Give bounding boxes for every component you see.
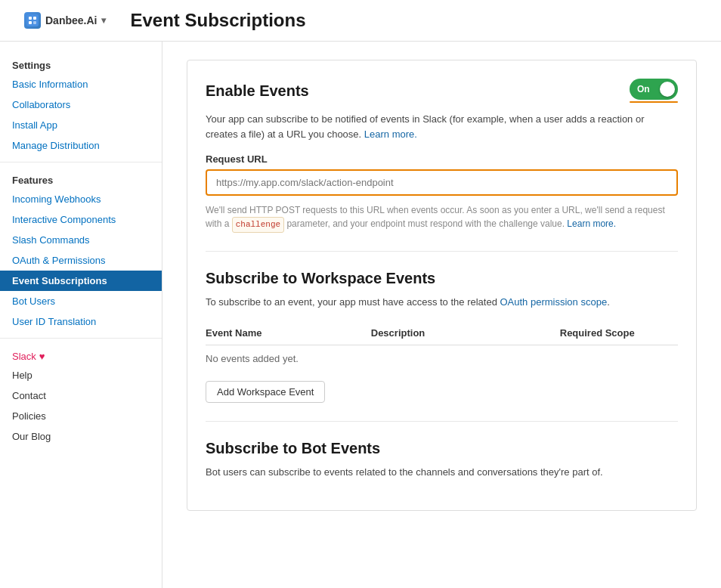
sidebar-item-incoming-webhooks[interactable]: Incoming Webhooks	[0, 189, 162, 209]
slack-label: Slack	[12, 351, 36, 362]
sidebar-item-help[interactable]: Help	[0, 365, 162, 385]
request-url-hint: We'll send HTTP POST requests to this UR…	[206, 203, 678, 233]
event-subscriptions-card: Enable Events On Your app can subscribe …	[187, 60, 697, 511]
enable-events-learn-more[interactable]: Learn more.	[364, 128, 417, 140]
request-url-input[interactable]	[206, 169, 678, 196]
enable-events-toggle[interactable]: On	[630, 79, 678, 100]
no-events-text: No events added yet.	[206, 345, 678, 373]
add-workspace-event-button[interactable]: Add Workspace Event	[206, 381, 325, 403]
sidebar-item-user-id-translation[interactable]: User ID Translation	[0, 311, 162, 332]
sidebar-item-manage-distribution[interactable]: Manage Distribution	[0, 135, 162, 156]
app-selector-button[interactable]: Danbee.Ai ▾	[18, 9, 112, 32]
settings-section-label: Settings	[0, 54, 162, 74]
col-description: Description	[371, 321, 560, 345]
hint-learn-more[interactable]: Learn more.	[567, 218, 616, 229]
challenge-code: challenge	[232, 217, 284, 233]
sidebar-item-bot-users[interactable]: Bot Users	[0, 291, 162, 311]
toggle-on-label: On	[637, 84, 650, 94]
sidebar-item-interactive-components[interactable]: Interactive Components	[0, 209, 162, 230]
main-content: Enable Events On Your app can subscribe …	[162, 42, 721, 588]
sidebar-divider-1	[0, 162, 162, 162]
top-header: Danbee.Ai ▾ Event Subscriptions	[0, 0, 721, 42]
sidebar-item-oauth-permissions[interactable]: OAuth & Permissions	[0, 250, 162, 271]
main-layout: Settings Basic Information Collaborators…	[0, 42, 721, 588]
sidebar-item-install-app[interactable]: Install App	[0, 115, 162, 135]
features-section-label: Features	[0, 169, 162, 189]
svg-rect-2	[33, 17, 36, 20]
sidebar-item-policies[interactable]: Policies	[0, 406, 162, 426]
oauth-permission-link[interactable]: OAuth permission scope	[500, 296, 608, 308]
app-name: Danbee.Ai	[45, 14, 97, 26]
bot-events-title: Subscribe to Bot Events	[206, 440, 678, 457]
sidebar-item-slash-commands[interactable]: Slash Commands	[0, 230, 162, 250]
no-events-row: No events added yet.	[206, 345, 678, 373]
sidebar: Settings Basic Information Collaborators…	[0, 42, 162, 588]
enable-events-title: Enable Events	[206, 82, 309, 100]
sidebar-item-basic-information[interactable]: Basic Information	[0, 74, 162, 94]
app-icon	[24, 12, 41, 29]
enable-events-header: Enable Events On	[206, 79, 678, 103]
sidebar-item-our-blog[interactable]: Our Blog	[0, 426, 162, 447]
chevron-down-icon: ▾	[101, 15, 106, 26]
sidebar-divider-2	[0, 338, 162, 339]
sidebar-item-collaborators[interactable]: Collaborators	[0, 94, 162, 115]
slack-love: Slack ♥	[0, 345, 162, 365]
toggle-underline	[630, 101, 678, 103]
workspace-events-table: Event Name Description Required Scope No…	[206, 321, 678, 372]
col-event-name: Event Name	[206, 321, 371, 345]
workspace-events-title: Subscribe to Workspace Events	[206, 270, 678, 287]
sidebar-item-event-subscriptions[interactable]: Event Subscriptions	[0, 271, 162, 291]
request-url-label: Request URL	[206, 153, 678, 165]
col-required-scope: Required Scope	[560, 321, 678, 345]
enable-events-description: Your app can subscribe to be notified of…	[206, 112, 678, 141]
svg-rect-4	[33, 21, 36, 24]
heart-icon: ♥	[39, 351, 45, 362]
svg-rect-3	[29, 21, 32, 24]
toggle-container: On	[630, 79, 678, 103]
svg-rect-1	[29, 17, 32, 20]
page-title: Event Subscriptions	[130, 10, 305, 31]
section-divider-1	[206, 251, 678, 252]
toggle-knob	[660, 82, 675, 97]
workspace-events-desc: To subscribe to an event, your app must …	[206, 295, 678, 310]
svg-rect-0	[26, 14, 39, 26]
section-divider-2	[206, 421, 678, 422]
bot-events-desc: Bot users can subscribe to events relate…	[206, 465, 678, 480]
sidebar-item-contact[interactable]: Contact	[0, 385, 162, 406]
